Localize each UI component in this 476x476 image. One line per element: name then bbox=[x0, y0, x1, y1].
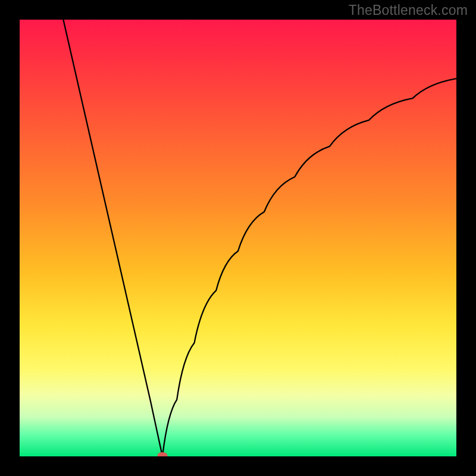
watermark-text: TheBottleneck.com bbox=[349, 2, 468, 18]
plot-area bbox=[20, 20, 456, 456]
bottleneck-curve bbox=[20, 20, 456, 456]
chart-frame: TheBottleneck.com bbox=[0, 0, 476, 476]
optimal-marker-icon bbox=[158, 452, 168, 456]
curve-path bbox=[63, 20, 456, 456]
